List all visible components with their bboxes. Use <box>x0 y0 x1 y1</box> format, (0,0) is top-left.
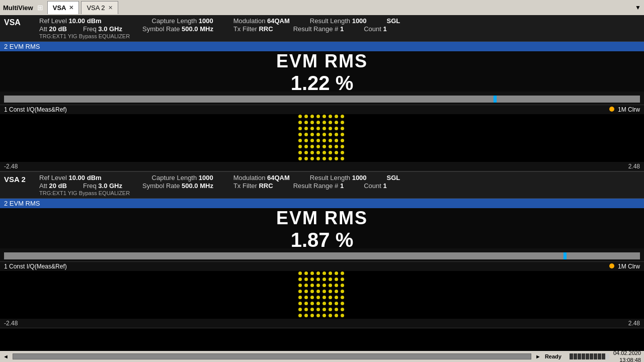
vsa1-block: VSA Ref Level 10.00 dBm Capture Length 1… <box>0 15 644 171</box>
tab-vsa-label: VSA <box>53 4 66 12</box>
vsa2-reflevel-label: Ref Level 10.00 dBm <box>39 174 102 182</box>
vsa1-txfilter-label: Tx Filter RRC <box>233 25 273 33</box>
vsa2-capture-label: Capture Length 1000 <box>152 174 213 182</box>
vsa2-progress-area <box>0 248 644 261</box>
vsa2-scale-min: -2.48 <box>4 320 18 327</box>
tab-vsa2-label: VSA 2 <box>87 4 105 12</box>
status-ready: Ready <box>545 353 561 359</box>
bottom-bar: ◄ ► Ready 04.02.2020 13:08:48 <box>0 351 644 362</box>
vsa2-block: VSA 2 Ref Level 10.00 dBm Capture Length… <box>0 171 644 328</box>
bottom-scrollbar[interactable] <box>13 353 531 359</box>
vsa2-dot-grid <box>298 272 346 319</box>
tab-vsa-close[interactable]: ✕ <box>69 5 73 11</box>
vsa2-symbolrate-label: Symbol Rate 500.0 MHz <box>142 182 213 190</box>
vsa1-freq-label: Freq 3.0 GHz <box>83 25 122 33</box>
multiview-icon: ⊞ <box>37 4 43 12</box>
vsa1-progress-indicator <box>494 96 497 103</box>
vsa1-header: VSA Ref Level 10.00 dBm Capture Length 1… <box>0 15 644 42</box>
vsa2-att-label: Att 20 dB <box>39 182 67 190</box>
title-dropdown-arrow[interactable]: ▼ <box>635 4 641 11</box>
vsa1-section-label: 2 EVM RMS <box>0 42 644 51</box>
vsa2-freq-label: Freq 3.0 GHz <box>83 182 122 190</box>
vsa1-sgl-label: SGL <box>387 17 400 25</box>
vsa1-reflevel-label: Ref Level 10.00 dBm <box>39 17 102 25</box>
vsa1-progress-area <box>0 92 644 105</box>
vsa1-evm-value: 1.22 % <box>291 72 354 95</box>
vsa2-name: VSA 2 <box>4 175 34 184</box>
vsa2-evm-title: EVM RMS <box>276 208 368 229</box>
vsa1-evm-title: EVM RMS <box>276 51 368 72</box>
vsa2-header: VSA 2 Ref Level 10.00 dBm Capture Length… <box>0 171 644 199</box>
vsa2-section-label: 2 EVM RMS <box>0 199 644 208</box>
vsa1-trg-line: TRG:EXT1 YIG Bypass EQUALIZER <box>39 33 640 39</box>
vsa2-progress-indicator <box>564 252 567 259</box>
vsa2-evm-value: 1.87 % <box>291 229 354 251</box>
battery-indicator <box>570 353 609 359</box>
vsa2-sgl-label: SGL <box>387 174 400 182</box>
vsa2-const-header: 1 Const I/Q(Meas&Ref) 1M Clrw <box>0 261 644 271</box>
vsa2-count-label: Count 1 <box>364 182 387 190</box>
tab-vsa[interactable]: VSA ✕ <box>47 1 79 14</box>
vsa1-params: Ref Level 10.00 dBm Capture Length 1000 … <box>39 17 640 39</box>
vsa2-clrw-dot <box>609 263 614 268</box>
vsa1-scale-max: 2.48 <box>628 163 640 170</box>
vsa1-evm-display: EVM RMS 1.22 % <box>0 51 644 92</box>
vsa2-const-label: 1 Const I/Q(Meas&Ref) <box>4 263 67 270</box>
vsa1-name: VSA <box>4 18 34 27</box>
bottom-right-arrow[interactable]: ► <box>535 353 541 359</box>
vsa2-trg-line: TRG:EXT1 YIG Bypass EQUALIZER <box>39 190 640 196</box>
vsa2-params: Ref Level 10.00 dBm Capture Length 1000 … <box>39 174 640 196</box>
vsa1-modulation-label: Modulation 64QAM <box>233 17 290 25</box>
vsa1-progress-track <box>4 96 640 103</box>
app-name: MultiView <box>3 4 33 12</box>
vsa2-txfilter-label: Tx Filter RRC <box>233 182 273 190</box>
vsa1-capture-label: Capture Length 1000 <box>152 17 213 25</box>
vsa1-clrw-dot <box>609 107 614 112</box>
vsa1-count-label: Count 1 <box>364 25 387 33</box>
bottom-left-arrow[interactable]: ◄ <box>3 353 9 359</box>
vsa2-scale-labels: -2.48 2.48 <box>0 319 644 328</box>
vsa1-clrw: 1M Clrw <box>609 106 640 113</box>
vsa1-resultlength-label: Result Length 1000 <box>310 17 367 25</box>
vsa1-resultrange-label: Result Range # 1 <box>293 25 344 33</box>
tab-vsa2-close[interactable]: ✕ <box>108 5 113 11</box>
vsa1-scale-labels: -2.48 2.48 <box>0 162 644 171</box>
vsa1-const-label: 1 Const I/Q(Meas&Ref) <box>4 106 67 113</box>
vsa2-clrw: 1M Clrw <box>609 263 640 270</box>
vsa1-scale-min: -2.48 <box>4 163 18 170</box>
vsa2-modulation-label: Modulation 64QAM <box>233 174 290 182</box>
datetime-display: 04.02.2020 13:08:48 <box>613 349 641 362</box>
vsa2-resultlength-label: Result Length 1000 <box>310 174 367 182</box>
title-bar: MultiView ⊞ VSA ✕ VSA 2 ✕ ▼ <box>0 0 644 15</box>
vsa1-att-label: Att 20 dB <box>39 25 67 33</box>
vsa2-resultrange-label: Result Range # 1 <box>293 182 344 190</box>
vsa2-scale-max: 2.48 <box>628 320 640 327</box>
vsa2-evm-display: EVM RMS 1.87 % <box>0 208 644 248</box>
vsa2-constellation <box>0 271 644 319</box>
vsa2-progress-track <box>4 252 640 259</box>
vsa1-dot-grid <box>298 115 346 162</box>
tab-vsa2[interactable]: VSA 2 ✕ <box>81 1 118 14</box>
vsa1-constellation <box>0 114 644 162</box>
vsa1-symbolrate-label: Symbol Rate 500.0 MHz <box>142 25 213 33</box>
vsa1-const-header: 1 Const I/Q(Meas&Ref) 1M Clrw <box>0 105 644 114</box>
